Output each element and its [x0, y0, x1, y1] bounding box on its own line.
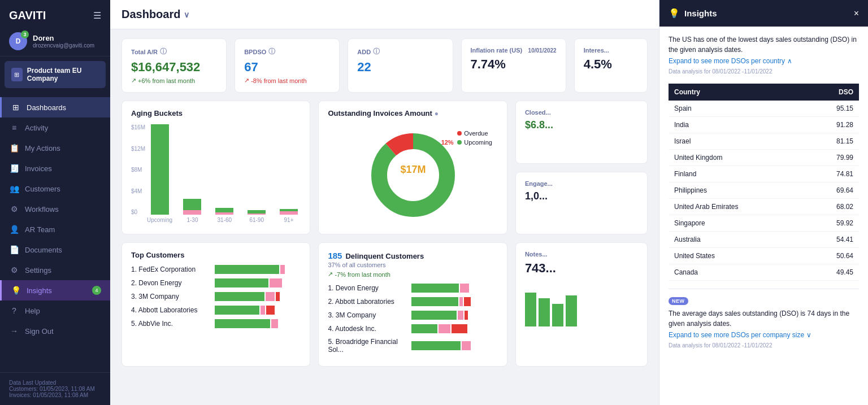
- dashboards-icon: ⊞: [11, 103, 21, 112]
- sidebar-item-insights[interactable]: 💡 Insights 4: [0, 280, 110, 301]
- sidebar-item-label: Activity: [25, 124, 48, 132]
- list-item: 1. Devon Energy: [328, 284, 497, 293]
- table-row: Spain95.15: [669, 101, 859, 117]
- charts-row: Aging Buckets $16M $12M $8M $4M $0: [121, 101, 648, 234]
- workflows-icon: ⚙: [9, 204, 19, 214]
- y-axis: $16M $12M $8M $4M $0: [131, 124, 145, 215]
- table-row: India91.28: [669, 117, 859, 133]
- insight-1-text: The US has one of the lowest days sales …: [669, 34, 859, 55]
- main-header: Dashboard ∨: [110, 0, 659, 29]
- user-email: drozencvaig@gaviti.com: [33, 42, 94, 49]
- table-row: Israel81.15: [669, 133, 859, 150]
- invoices-icon: 🧾: [9, 164, 19, 173]
- table-row: United Kingdom79.99: [669, 150, 859, 166]
- table-header-dso: DSO: [807, 84, 859, 101]
- sidebar-item-settings[interactable]: ⚙ Settings: [0, 260, 110, 280]
- list-item: 2. Devon Energy: [131, 278, 301, 288]
- kpi-card-notes: Notes... 743...: [515, 242, 648, 367]
- table-row: Finland74.81: [669, 166, 859, 182]
- list-item: 4. Abbott Laboratories: [131, 306, 301, 315]
- insight-2-date: Data analysis for 08/01/2022 -11/01/2022: [669, 342, 859, 349]
- kpi-value: $16,647,532: [131, 60, 217, 75]
- sidebar-item-label: AR Team: [25, 225, 55, 234]
- bar-31-60: 31-60: [212, 124, 237, 223]
- kpi-label-text: BPDSO: [244, 49, 266, 55]
- kpi-card-closed: Closed... $6.8...: [515, 101, 648, 164]
- hamburger-icon[interactable]: ☰: [93, 10, 101, 21]
- delinquent-customers-card: 185 Delinquent Customers 37% of all cust…: [318, 242, 507, 367]
- insights-badge: 4: [92, 286, 101, 295]
- list-item: 3. 3M Company: [328, 311, 497, 320]
- list-item: 3. 3M Company: [131, 292, 301, 301]
- table-row: Singapore59.92: [669, 215, 859, 232]
- insight-block-2: NEW The average days sales outstanding (…: [669, 297, 859, 349]
- customers-icon: 👥: [9, 184, 19, 193]
- sidebar-item-activity[interactable]: ≡ Activity: [0, 117, 110, 138]
- arrow-down-icon: ↗: [328, 271, 333, 278]
- kpi-card-total-ar: Total A/R ⓘ $16,647,532 ↗ +6% from last …: [121, 38, 227, 93]
- user-name: Doren: [33, 34, 94, 42]
- team-section[interactable]: ⊞ Product team EU Company: [5, 61, 106, 88]
- bottom-row: Top Customers 1. FedEx Corporation 2. De…: [121, 242, 648, 367]
- dso-country-table: Country DSO Spain95.15India91.28Israel81…: [669, 84, 859, 281]
- kpi-value: 7.74%: [471, 57, 557, 72]
- sidebar: GAVITI ☰ D 3 Doren drozencvaig@gaviti.co…: [0, 0, 110, 405]
- kpi-card-interest: Interes... 4.5%: [574, 38, 648, 93]
- dashboard-title: Dashboard ∨: [121, 8, 189, 21]
- sidebar-item-label: Documents: [25, 246, 62, 254]
- team-label: Product team EU Company: [27, 67, 99, 82]
- svg-text:$17M: $17M: [400, 164, 426, 175]
- kpi-value: 4.5%: [584, 57, 638, 72]
- notes-mini-chart: [525, 281, 638, 326]
- arrow-up-icon: ↗: [131, 77, 136, 84]
- kpi-label-text: Total A/R: [131, 49, 158, 55]
- close-insights-button[interactable]: ×: [854, 8, 859, 19]
- delinquent-change: ↗ -7% from last month: [328, 271, 497, 278]
- sidebar-item-help[interactable]: ? Help: [0, 301, 110, 321]
- sidebar-item-label: Help: [25, 307, 40, 315]
- insight-block-1: The US has one of the lowest days sales …: [669, 34, 859, 75]
- sidebar-item-invoices[interactable]: 🧾 Invoices: [0, 158, 110, 178]
- bar-upcoming: Upcoming: [147, 124, 172, 223]
- customers-date: Customers: 01/05/2023, 11:08 AM: [9, 386, 101, 392]
- insight-1-expand[interactable]: Expand to see more DSOs per country ∧: [669, 57, 859, 65]
- sidebar-item-documents[interactable]: 📄 Documents: [0, 239, 110, 260]
- sidebar-logo: GAVITI ☰: [0, 0, 110, 27]
- sidebar-item-customers[interactable]: 👥 Customers: [0, 178, 110, 199]
- table-header-country: Country: [669, 84, 807, 101]
- settings-icon: ⚙: [9, 265, 19, 275]
- kpi-card-inflation: Inflation rate (US) 10/01/2022 7.74%: [461, 38, 566, 93]
- kpi-label-text: Interes...: [584, 47, 609, 54]
- avatar-badge: 3: [21, 31, 29, 38]
- sidebar-item-label: Insights: [27, 286, 52, 295]
- insight-divider: [669, 289, 859, 289]
- user-profile[interactable]: D 3 Doren drozencvaig@gaviti.com: [0, 27, 110, 56]
- kpi-card-bpdso: BPDSO ⓘ 67 ↗ -8% from last month: [235, 38, 340, 93]
- main-content: Dashboard ∨ Total A/R ⓘ $16,647,532 ↗ +6…: [110, 0, 659, 405]
- sidebar-item-workflows[interactable]: ⚙ Workflows: [0, 199, 110, 219]
- sidebar-item-label: My Actions: [25, 144, 60, 153]
- donut-chart: $17M 12% 88%: [368, 130, 458, 220]
- sidebar-item-ar-team[interactable]: 👤 AR Team: [0, 219, 110, 239]
- table-row: United Arab Emirates68.02: [669, 199, 859, 215]
- insight-2-expand[interactable]: Expand to see more DSOs per company size…: [669, 331, 859, 339]
- sidebar-item-my-actions[interactable]: 📋 My Actions: [0, 138, 110, 158]
- invoices-date: Invoices: 01/05/2023, 11:08 AM: [9, 392, 101, 398]
- aging-buckets-chart: $16M $12M $8M $4M $0: [131, 124, 301, 226]
- sidebar-item-sign-out[interactable]: → Sign Out: [0, 321, 110, 341]
- sidebar-item-label: Workflows: [25, 205, 59, 214]
- sidebar-item-label: Invoices: [25, 164, 52, 173]
- sidebar-item-label: Customers: [25, 185, 60, 193]
- chevron-down-icon[interactable]: ∨: [184, 10, 189, 19]
- list-item: 1. FedEx Corporation: [131, 265, 301, 274]
- chevron-up-icon: ∧: [787, 57, 792, 65]
- kpi-card-add: ADD ⓘ 22: [348, 38, 453, 93]
- kpi-change: ↗ +6% from last month: [131, 77, 217, 84]
- insights-panel-title: Insights: [684, 8, 717, 18]
- sidebar-item-dashboards[interactable]: ⊞ Dashboards: [0, 97, 110, 117]
- donut-legend: Overdue Upcoming: [457, 130, 492, 146]
- bar-1-30: 1-30: [180, 124, 205, 223]
- insights-panel: 💡 Insights × The US has one of the lowes…: [659, 0, 868, 405]
- aging-buckets-card: Aging Buckets $16M $12M $8M $4M $0: [121, 101, 310, 234]
- list-item: 4. Autodesk Inc.: [328, 324, 497, 333]
